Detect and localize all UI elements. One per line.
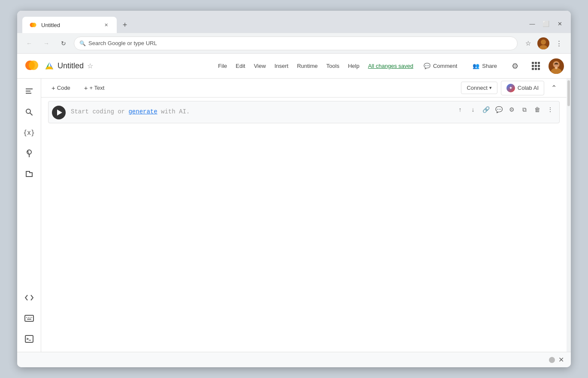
sidebar-item-keyboard[interactable] (20, 309, 39, 328)
add-code-button[interactable]: + Code (48, 82, 74, 93)
variables-icon: {x} (23, 129, 35, 137)
collapse-button[interactable]: ⌃ (548, 82, 560, 94)
colab-ai-icon: ✦ (506, 84, 515, 92)
header-actions: 💬 Comment 👥 Share ⚙ (418, 58, 564, 74)
nav-bar: ← → ↻ 🔍 Search Google or type URL ☆ ⋮ (17, 33, 571, 54)
scrollbar-track[interactable] (567, 79, 571, 352)
add-text-button[interactable]: + + Text (81, 82, 108, 93)
tab-close-button[interactable]: ✕ (102, 21, 110, 29)
star-icon[interactable]: ☆ (87, 62, 93, 70)
grid-icon (532, 62, 540, 70)
svg-point-12 (555, 67, 558, 69)
tab-title: Untitled (41, 22, 98, 28)
minimize-button[interactable]: — (526, 18, 538, 30)
sidebar-bottom (20, 288, 39, 352)
cell-settings-button[interactable]: ⚙ (506, 104, 517, 115)
url-bar[interactable]: 🔍 Search Google or type URL (74, 37, 518, 50)
colab-logo (24, 58, 39, 75)
generate-link[interactable]: generate (128, 108, 157, 115)
cell-comment-button[interactable]: 💬 (493, 104, 504, 115)
user-avatar[interactable] (549, 58, 564, 74)
save-status: All changes saved (368, 63, 413, 69)
plus-icon: + (52, 84, 55, 91)
menu-insert[interactable]: Insert (271, 61, 292, 71)
colab-ai-label: Colab AI (518, 85, 539, 91)
cell-move-down-button[interactable]: ↓ (467, 104, 479, 115)
menu-file[interactable]: File (215, 61, 230, 71)
cell-move-up-button[interactable]: ↑ (455, 104, 466, 115)
comment-button[interactable]: 💬 Comment (418, 60, 462, 72)
svg-line-17 (30, 113, 32, 115)
drive-icon (45, 61, 54, 71)
menu-runtime[interactable]: Runtime (294, 61, 321, 71)
svg-rect-28 (25, 335, 33, 342)
colab-ai-button[interactable]: ✦ Colab AI (501, 81, 544, 95)
svg-point-3 (539, 45, 548, 49)
search-icon: 🔍 (79, 40, 86, 46)
sidebar-item-search[interactable] (20, 103, 39, 122)
doc-title[interactable]: Untitled (58, 61, 84, 70)
sidebar-item-variables[interactable]: {x} (20, 123, 39, 142)
run-icon (57, 110, 62, 116)
plus-icon-2: + (84, 84, 88, 91)
menu-view[interactable]: View (250, 61, 269, 71)
status-indicator (549, 357, 555, 363)
settings-button[interactable]: ⚙ (507, 58, 523, 74)
add-text-label: + Text (90, 85, 105, 91)
app-header: Untitled ☆ File Edit View Insert Runtime… (17, 54, 571, 79)
close-button[interactable]: ✕ (554, 18, 566, 30)
add-code-label: Code (57, 85, 70, 91)
share-button[interactable]: 👥 Share (467, 60, 502, 72)
toolbar-right: Connect ▾ ✦ Colab AI ⌃ (461, 81, 560, 95)
cell-placeholder-text: Start coding or (71, 108, 128, 115)
nav-icons: ☆ ⋮ (521, 37, 566, 50)
share-label: Share (482, 63, 497, 69)
bottom-close-button[interactable]: ✕ (558, 356, 564, 364)
cell-container: ↑ ↓ 🔗 💬 ⚙ ⧉ 🗑 ⋮ Start c (41, 98, 567, 127)
main-content: {x} (17, 79, 571, 352)
scrollbar-thumb[interactable] (567, 80, 570, 106)
sidebar-item-files[interactable] (20, 165, 39, 183)
browser-tab[interactable]: Untitled ✕ (22, 17, 117, 33)
tab-favicon (29, 21, 37, 29)
editor-toolbar: + Code + + Text Connect ▾ ✦ Colab AI (41, 79, 567, 98)
gear-icon: ⚙ (512, 61, 518, 71)
refresh-button[interactable]: ↻ (57, 37, 70, 50)
connect-label: Connect (467, 85, 487, 91)
cell-toolbar: ↑ ↓ 🔗 💬 ⚙ ⧉ 🗑 ⋮ (455, 104, 556, 115)
cell-copy-button[interactable]: ⧉ (519, 104, 530, 115)
comment-label: Comment (433, 63, 457, 69)
new-tab-button[interactable]: + (118, 18, 131, 31)
forward-button[interactable]: → (39, 37, 53, 50)
svg-point-1 (32, 23, 36, 27)
cell-delete-button[interactable]: 🗑 (532, 104, 543, 115)
sidebar-item-code[interactable] (20, 288, 39, 307)
svg-point-2 (541, 40, 546, 45)
back-button[interactable]: ← (22, 37, 36, 50)
connect-button[interactable]: Connect ▾ (461, 82, 497, 94)
apps-grid-button[interactable] (528, 58, 543, 74)
menu-dots-button[interactable]: ⋮ (552, 37, 566, 50)
menu-help[interactable]: Help (345, 61, 363, 71)
svg-marker-8 (45, 66, 53, 69)
bookmark-button[interactable]: ☆ (521, 37, 535, 50)
user-avatar-small[interactable] (536, 37, 550, 50)
sidebar-item-secrets[interactable] (20, 144, 39, 163)
cell-placeholder-suffix: with AI. (158, 108, 190, 115)
maximize-button[interactable]: ⬜ (540, 18, 552, 30)
svg-point-5 (29, 61, 38, 70)
cell-link-button[interactable]: 🔗 (480, 104, 491, 115)
svg-rect-22 (25, 315, 33, 321)
browser-window: Untitled ✕ + — ⬜ ✕ ← → ↻ 🔍 Search Google… (17, 11, 571, 367)
menu-tools[interactable]: Tools (323, 61, 342, 71)
comment-icon: 💬 (424, 63, 430, 69)
share-icon: 👥 (473, 63, 479, 69)
doc-title-area: Untitled ☆ (45, 61, 203, 71)
cell-more-button[interactable]: ⋮ (545, 104, 556, 115)
sidebar-item-toc[interactable] (20, 82, 39, 101)
sidebar: {x} (17, 79, 41, 352)
bottom-bar: ✕ (17, 352, 571, 367)
menu-edit[interactable]: Edit (232, 61, 249, 71)
run-cell-button[interactable] (52, 106, 66, 119)
sidebar-item-terminal[interactable] (20, 329, 39, 348)
